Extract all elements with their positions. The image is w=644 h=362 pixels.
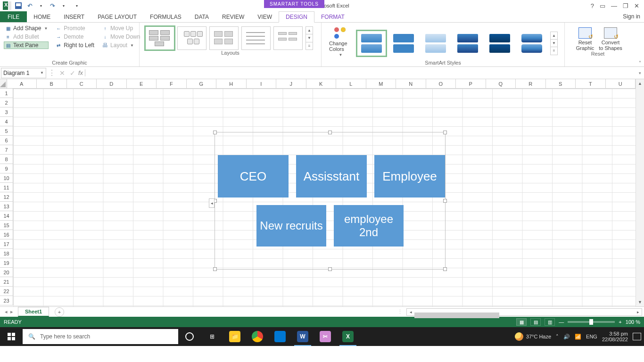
new-sheet-button[interactable]: + bbox=[55, 307, 64, 317]
fx-cancel-button[interactable]: ✕ bbox=[59, 69, 65, 77]
resize-handle-br[interactable] bbox=[443, 267, 447, 271]
column-header-G[interactable]: G bbox=[187, 79, 217, 89]
horizontal-scrollbar[interactable]: ◂ ▸ bbox=[406, 308, 642, 316]
select-all-button[interactable] bbox=[0, 79, 7, 89]
column-header-P[interactable]: P bbox=[456, 79, 486, 89]
row-header-18[interactable]: 18 bbox=[0, 249, 13, 258]
tab-data[interactable]: DATA bbox=[188, 11, 215, 22]
taskbar-word[interactable]: W bbox=[291, 327, 314, 346]
add-bullet-button[interactable]: ≡Add Bullet bbox=[4, 33, 49, 41]
taskbar-excel[interactable]: X bbox=[337, 327, 359, 346]
sign-in-link[interactable]: Sign in bbox=[623, 13, 640, 20]
fx-enter-button[interactable]: ✓ bbox=[70, 69, 75, 77]
row-header-10[interactable]: 10 bbox=[0, 173, 13, 183]
layouts-gallery-scroll[interactable]: ▲▼≡ bbox=[305, 26, 313, 50]
tab-formulas[interactable]: FORMULAS bbox=[143, 11, 188, 22]
column-header-E[interactable]: E bbox=[127, 79, 157, 89]
row-header-13[interactable]: 13 bbox=[0, 202, 13, 211]
column-header-J[interactable]: J bbox=[276, 79, 306, 89]
row-header-9[interactable]: 9 bbox=[0, 164, 13, 173]
smartart-node-ceo[interactable]: CEO bbox=[218, 155, 289, 197]
row-header-20[interactable]: 20 bbox=[0, 268, 13, 277]
row-header-14[interactable]: 14 bbox=[0, 211, 13, 221]
taskbar-weather[interactable]: 37°C Haze bbox=[515, 332, 551, 341]
name-box-dropdown-icon[interactable]: ▼ bbox=[40, 71, 44, 75]
column-header-C[interactable]: C bbox=[67, 79, 97, 89]
qat-redo-menu[interactable]: ▾ bbox=[59, 1, 68, 10]
add-shape-button[interactable]: ▦Add Shape▼ bbox=[4, 25, 49, 32]
hscroll-left[interactable]: ◂ bbox=[407, 310, 414, 314]
start-button[interactable] bbox=[0, 327, 23, 346]
column-header-H[interactable]: H bbox=[216, 79, 247, 89]
convert-to-shapes-button[interactable]: Convert to Shapes bbox=[599, 27, 622, 51]
text-pane-button[interactable]: ▤Text Pane bbox=[4, 41, 49, 49]
sheet-tab-sheet1[interactable]: Sheet1 bbox=[18, 307, 49, 317]
style-option-3[interactable] bbox=[422, 32, 449, 55]
column-header-T[interactable]: T bbox=[576, 79, 606, 89]
resize-handle-tl[interactable] bbox=[213, 131, 217, 134]
tab-scroll-split[interactable]: ⋮ bbox=[394, 309, 406, 315]
column-header-M[interactable]: M bbox=[366, 79, 396, 89]
smartart-node-new-recruits[interactable]: New recruits bbox=[256, 205, 326, 247]
qat-customize-menu[interactable]: ▾ bbox=[73, 1, 81, 10]
style-option-6[interactable] bbox=[518, 32, 545, 55]
smartart-node-assistant[interactable]: Assisstant bbox=[296, 155, 367, 197]
column-header-B[interactable]: B bbox=[37, 79, 67, 89]
row-header-19[interactable]: 19 bbox=[0, 258, 13, 268]
move-up-button[interactable]: ↑Move Up bbox=[101, 25, 141, 32]
resize-handle-tr[interactable] bbox=[443, 131, 447, 134]
taskbar-search[interactable]: 🔍 Type here to search bbox=[23, 329, 178, 344]
column-header-R[interactable]: R bbox=[516, 79, 546, 89]
column-header-N[interactable]: N bbox=[396, 79, 426, 89]
taskbar-snip[interactable]: ✂ bbox=[314, 327, 337, 346]
row-header-6[interactable]: 6 bbox=[0, 136, 13, 145]
row-header-3[interactable]: 3 bbox=[0, 107, 13, 117]
layout-option-5[interactable] bbox=[273, 26, 303, 50]
resize-handle-t[interactable] bbox=[328, 131, 332, 134]
taskbar-cortana[interactable] bbox=[178, 327, 201, 346]
style-option-1[interactable] bbox=[358, 32, 385, 55]
taskbar-chrome[interactable] bbox=[246, 327, 269, 346]
minimize-button[interactable]: — bbox=[611, 2, 617, 9]
resize-handle-b[interactable] bbox=[328, 267, 332, 271]
layout-option-1[interactable] bbox=[145, 26, 174, 50]
tab-file[interactable]: FILE bbox=[0, 11, 27, 22]
qat-redo-button[interactable]: ↷ bbox=[48, 1, 57, 10]
view-normal-button[interactable]: ▦ bbox=[516, 318, 527, 326]
zoom-in-button[interactable]: + bbox=[619, 319, 621, 325]
taskbar-clock[interactable]: 3:58 pm 22/08/2022 bbox=[602, 331, 628, 342]
move-down-button[interactable]: ↓Move Down bbox=[101, 33, 141, 41]
layout-option-2[interactable] bbox=[177, 26, 206, 50]
column-header-A[interactable]: A bbox=[7, 79, 37, 89]
layouts-gallery[interactable]: ▲▼≡ bbox=[143, 25, 317, 50]
row-header-15[interactable]: 15 bbox=[0, 221, 13, 230]
column-header-D[interactable]: D bbox=[97, 79, 127, 89]
tab-home[interactable]: HOME bbox=[27, 11, 57, 22]
style-option-4[interactable] bbox=[454, 32, 481, 55]
close-button[interactable]: ✕ bbox=[634, 2, 639, 9]
qat-undo-button[interactable]: ↶ bbox=[25, 1, 34, 10]
restore-button[interactable]: ❐ bbox=[623, 2, 628, 9]
tray-wifi-icon[interactable]: 📶 bbox=[575, 334, 581, 340]
name-box[interactable]: Diagram 1 ▼ bbox=[1, 68, 46, 78]
column-header-K[interactable]: K bbox=[306, 79, 337, 89]
layout-button[interactable]: 品Layout▼ bbox=[101, 41, 141, 49]
column-header-Q[interactable]: Q bbox=[486, 79, 516, 89]
view-page-break-button[interactable]: ▥ bbox=[545, 318, 555, 326]
action-center-button[interactable] bbox=[633, 333, 641, 340]
ribbon-display-options[interactable]: ▭ bbox=[600, 2, 605, 9]
fx-label[interactable]: fx bbox=[78, 69, 85, 76]
resize-handle-bl[interactable] bbox=[213, 267, 217, 271]
right-to-left-button[interactable]: ⇄Right to Left bbox=[54, 41, 95, 49]
column-header-S[interactable]: S bbox=[546, 79, 576, 89]
tab-view[interactable]: VIEW bbox=[251, 11, 279, 22]
row-header-16[interactable]: 16 bbox=[0, 230, 13, 239]
row-header-2[interactable]: 2 bbox=[0, 98, 13, 107]
help-button[interactable]: ? bbox=[591, 2, 594, 9]
row-header-12[interactable]: 12 bbox=[0, 192, 13, 202]
row-header-4[interactable]: 4 bbox=[0, 117, 13, 126]
resize-handle-r[interactable] bbox=[443, 199, 447, 203]
column-header-I[interactable]: I bbox=[247, 79, 277, 89]
view-page-layout-button[interactable]: ▤ bbox=[530, 318, 541, 326]
column-header-U[interactable]: U bbox=[606, 79, 636, 89]
